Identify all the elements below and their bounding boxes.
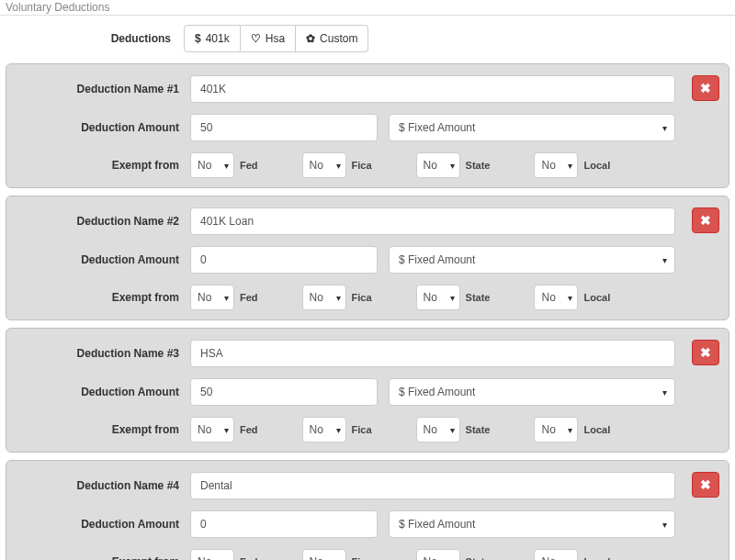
fed-label: Fed	[240, 160, 258, 171]
exempt-row: No Fed No Fica No State No Local	[190, 152, 610, 178]
exempt-fed-select[interactable]: No	[190, 285, 234, 310]
state-label: State	[466, 424, 491, 435]
gear-icon: ✿	[306, 32, 315, 45]
fed-label: Fed	[240, 556, 258, 560]
delete-button[interactable]: ✖	[692, 207, 719, 233]
amount-type-selected: $ Fixed Amount	[399, 518, 475, 531]
amount-type-select[interactable]: $ Fixed Amount	[389, 114, 675, 141]
exempt-fica-select[interactable]: No	[302, 549, 346, 560]
close-icon: ✖	[700, 82, 711, 95]
dollar-icon: $	[195, 32, 201, 45]
deduction-amount-input[interactable]	[190, 246, 378, 274]
deduction-amount-input[interactable]	[190, 510, 378, 538]
exempt-fica-select[interactable]: No	[302, 152, 346, 178]
amount-type-selected: $ Fixed Amount	[399, 386, 475, 398]
exempt-state-select[interactable]: No	[416, 152, 460, 178]
heart-icon: ♡	[251, 32, 261, 45]
name-label: Deduction Name #1	[16, 83, 190, 95]
fica-label: Fica	[352, 160, 372, 171]
btn-label: Custom	[320, 32, 357, 45]
name-label: Deduction Name #3	[16, 347, 190, 360]
exempt-label: Exempt from	[16, 159, 190, 172]
close-icon: ✖	[700, 346, 711, 359]
delete-button[interactable]: ✖	[692, 75, 719, 101]
amount-type-selected: $ Fixed Amount	[399, 121, 475, 134]
deductions-toolbar: Deductions $ 401k ♡ Hsa ✿ Custom	[0, 25, 735, 52]
amount-label: Deduction Amount	[16, 518, 190, 531]
deduction-amount-input[interactable]	[190, 378, 378, 406]
add-custom-button[interactable]: ✿ Custom	[296, 25, 368, 52]
name-label: Deduction Name #2	[16, 215, 190, 228]
exempt-local-select[interactable]: No	[534, 152, 578, 178]
exempt-state-select[interactable]: No	[416, 549, 460, 560]
exempt-fica-select[interactable]: No	[302, 285, 346, 310]
exempt-local-select[interactable]: No	[534, 417, 578, 442]
exempt-fed-select[interactable]: No	[190, 549, 234, 560]
btn-label: 401k	[206, 32, 230, 45]
deduction-panel: ✖ Deduction Name #4 Deduction Amount $ F…	[6, 460, 729, 560]
amount-type-selected: $ Fixed Amount	[399, 253, 475, 266]
exempt-local-select[interactable]: No	[534, 285, 578, 310]
close-icon: ✖	[700, 214, 711, 227]
exempt-row: No Fed No Fica No State No Local	[190, 285, 610, 310]
exempt-fica-select[interactable]: No	[302, 417, 346, 442]
exempt-local-select[interactable]: No	[534, 549, 578, 560]
quick-add-group: $ 401k ♡ Hsa ✿ Custom	[184, 25, 368, 52]
close-icon: ✖	[700, 478, 711, 491]
exempt-label: Exempt from	[16, 555, 190, 560]
state-label: State	[466, 160, 491, 171]
deduction-amount-input[interactable]	[190, 114, 378, 141]
local-label: Local	[583, 556, 610, 560]
section-title: Voluntary Deductions	[0, 0, 735, 16]
name-label: Deduction Name #4	[16, 479, 190, 492]
fica-label: Fica	[352, 556, 372, 560]
btn-label: Hsa	[266, 32, 285, 45]
deduction-name-input[interactable]	[190, 75, 675, 103]
add-hsa-button[interactable]: ♡ Hsa	[241, 25, 296, 52]
exempt-row: No Fed No Fica No State No Local	[190, 549, 610, 560]
state-label: State	[466, 292, 491, 303]
state-label: State	[466, 556, 491, 560]
amount-type-select[interactable]: $ Fixed Amount	[389, 378, 675, 406]
fica-label: Fica	[352, 292, 372, 303]
local-label: Local	[583, 160, 610, 171]
amount-type-select[interactable]: $ Fixed Amount	[389, 246, 675, 274]
exempt-label: Exempt from	[16, 423, 190, 436]
amount-type-select[interactable]: $ Fixed Amount	[389, 510, 675, 538]
fed-label: Fed	[240, 424, 258, 435]
delete-button[interactable]: ✖	[692, 472, 719, 498]
fed-label: Fed	[240, 292, 258, 303]
exempt-row: No Fed No Fica No State No Local	[190, 417, 610, 442]
amount-label: Deduction Amount	[16, 121, 190, 134]
toolbar-label: Deductions	[0, 32, 184, 45]
add-401k-button[interactable]: $ 401k	[184, 25, 241, 52]
fica-label: Fica	[352, 424, 372, 435]
exempt-state-select[interactable]: No	[416, 285, 460, 310]
local-label: Local	[583, 424, 610, 435]
deduction-panel: ✖ Deduction Name #1 Deduction Amount $ F…	[6, 63, 729, 188]
exempt-fed-select[interactable]: No	[190, 152, 234, 178]
exempt-fed-select[interactable]: No	[190, 417, 234, 442]
delete-button[interactable]: ✖	[692, 340, 719, 365]
deduction-name-input[interactable]	[190, 340, 675, 367]
deduction-name-input[interactable]	[190, 472, 675, 499]
deduction-name-input[interactable]	[190, 207, 675, 235]
deduction-panel: ✖ Deduction Name #3 Deduction Amount $ F…	[6, 328, 729, 453]
exempt-state-select[interactable]: No	[416, 417, 460, 442]
exempt-label: Exempt from	[16, 291, 190, 304]
amount-label: Deduction Amount	[16, 253, 190, 266]
deduction-panel: ✖ Deduction Name #2 Deduction Amount $ F…	[6, 196, 729, 320]
amount-label: Deduction Amount	[16, 386, 190, 398]
local-label: Local	[583, 292, 610, 303]
